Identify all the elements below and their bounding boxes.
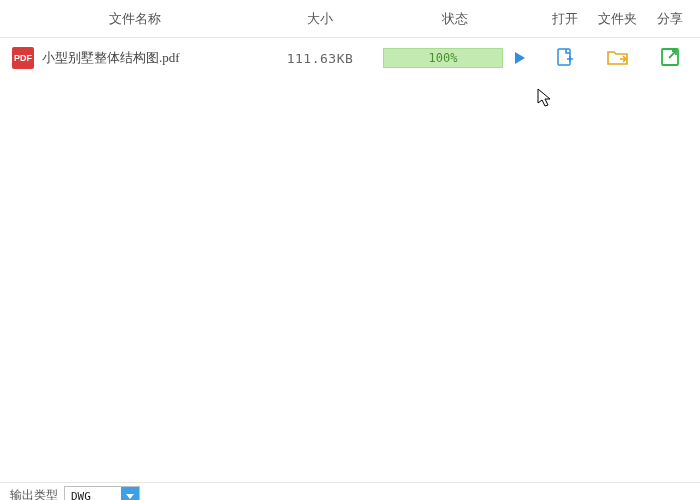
mouse-cursor — [537, 88, 553, 111]
column-header-size: 大小 — [270, 10, 370, 28]
open-file-icon — [555, 47, 575, 70]
svg-marker-6 — [126, 494, 134, 499]
column-header-folder: 文件夹 — [590, 10, 645, 28]
chevron-down-icon — [121, 487, 139, 500]
svg-marker-0 — [515, 52, 525, 64]
share-icon — [660, 47, 680, 70]
column-header-status: 状态 — [370, 10, 540, 28]
open-button[interactable] — [540, 47, 590, 70]
progress-bar: 100% — [383, 48, 503, 68]
cell-status: 100% — [370, 48, 540, 68]
column-header-open: 打开 — [540, 10, 590, 28]
file-name-label: 小型别墅整体结构图.pdf — [42, 49, 180, 67]
cell-filename: PDF 小型别墅整体结构图.pdf — [0, 47, 270, 69]
pdf-icon: PDF — [12, 47, 34, 69]
svg-rect-1 — [558, 49, 570, 65]
table-row: PDF 小型别墅整体结构图.pdf 111.63KB 100% — [0, 38, 700, 78]
output-type-select[interactable]: DWG — [64, 486, 140, 500]
column-header-share: 分享 — [645, 10, 695, 28]
folder-icon — [607, 48, 629, 69]
folder-button[interactable] — [590, 48, 645, 69]
output-type-label: 输出类型 — [10, 487, 58, 500]
play-icon[interactable] — [513, 51, 527, 65]
progress-text: 100% — [429, 51, 458, 65]
table-header: 文件名称 大小 状态 打开 文件夹 分享 — [0, 0, 700, 38]
bottom-bar: 输出类型 DWG — [0, 482, 700, 500]
column-header-name: 文件名称 — [0, 10, 270, 28]
output-type-value: DWG — [65, 490, 121, 501]
share-button[interactable] — [645, 47, 695, 70]
svg-line-5 — [669, 51, 676, 58]
cell-size: 111.63KB — [270, 51, 370, 66]
